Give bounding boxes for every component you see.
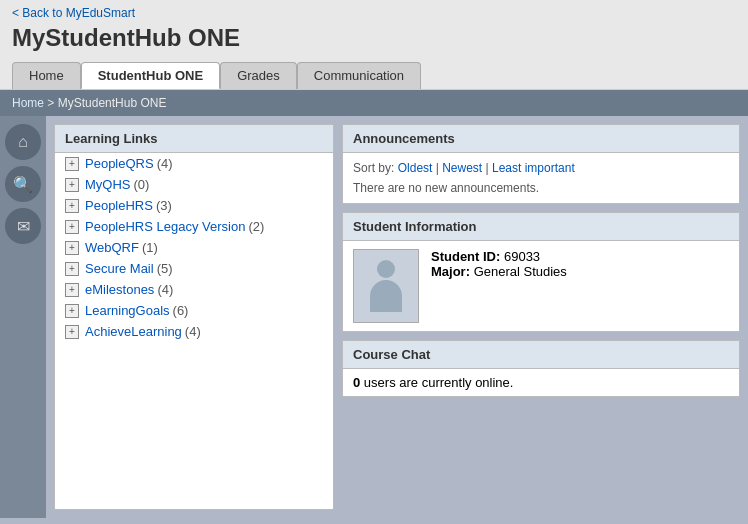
- expand-icon[interactable]: +: [65, 241, 79, 255]
- student-id-label: Student ID:: [431, 249, 500, 264]
- list-item: + eMilestones (4): [55, 279, 333, 300]
- student-information-section: Student Information Student ID: 69033 Ma…: [342, 212, 740, 332]
- sort-row: Sort by: Oldest | Newest | Least importa…: [353, 161, 729, 175]
- online-users-label: users: [364, 375, 399, 390]
- list-item: + Secure Mail (5): [55, 258, 333, 279]
- expand-icon[interactable]: +: [65, 283, 79, 297]
- count-webqrf: (1): [142, 240, 158, 255]
- link-peopleqrs[interactable]: PeopleQRS: [85, 156, 154, 171]
- app-title: MyStudentHub ONE: [12, 24, 736, 52]
- student-details: Student ID: 69033 Major: General Studies: [431, 249, 567, 323]
- avatar-body: [370, 280, 402, 312]
- link-emilestones[interactable]: eMilestones: [85, 282, 154, 297]
- expand-icon[interactable]: +: [65, 304, 79, 318]
- list-item: + AchieveLearning (4): [55, 321, 333, 342]
- list-item: + LearningGoals (6): [55, 300, 333, 321]
- expand-icon[interactable]: +: [65, 157, 79, 171]
- breadcrumb-separator: >: [47, 96, 54, 110]
- no-announcements-text: There are no new announcements.: [353, 181, 729, 195]
- expand-icon[interactable]: +: [65, 325, 79, 339]
- count-emilestones: (4): [157, 282, 173, 297]
- major-label: Major:: [431, 264, 470, 279]
- student-info-body: Student ID: 69033 Major: General Studies: [343, 241, 739, 331]
- avatar-head: [377, 260, 395, 278]
- link-webqrf[interactable]: WebQRF: [85, 240, 139, 255]
- announcements-section: Announcements Sort by: Oldest | Newest |…: [342, 124, 740, 204]
- online-count: 0: [353, 375, 360, 390]
- course-chat-body: 0 users are currently online.: [343, 369, 739, 396]
- expand-icon[interactable]: +: [65, 220, 79, 234]
- count-peopleqrs: (4): [157, 156, 173, 171]
- link-secure-mail[interactable]: Secure Mail: [85, 261, 154, 276]
- major-row: Major: General Studies: [431, 264, 567, 279]
- avatar-figure: [368, 260, 404, 312]
- search-icon[interactable]: 🔍: [5, 166, 41, 202]
- list-item: + WebQRF (1): [55, 237, 333, 258]
- link-learninggoals[interactable]: LearningGoals: [85, 303, 170, 318]
- online-status-text: are currently online.: [399, 375, 513, 390]
- link-myqhs[interactable]: MyQHS: [85, 177, 131, 192]
- list-item: + PeopleQRS (4): [55, 153, 333, 174]
- learning-links-title: Learning Links: [55, 125, 333, 153]
- top-bar: < Back to MyEduSmart MyStudentHub ONE Ho…: [0, 0, 748, 90]
- expand-icon[interactable]: +: [65, 262, 79, 276]
- breadcrumb-current: MyStudentHub ONE: [58, 96, 167, 110]
- list-item: + PeopleHRS (3): [55, 195, 333, 216]
- link-achievelearning[interactable]: AchieveLearning: [85, 324, 182, 339]
- sort-oldest[interactable]: Oldest: [398, 161, 433, 175]
- major-value: General Studies: [474, 264, 567, 279]
- avatar: [353, 249, 419, 323]
- tab-studenthub[interactable]: StudentHub ONE: [81, 62, 220, 89]
- expand-icon[interactable]: +: [65, 178, 79, 192]
- student-id-value: 69033: [504, 249, 540, 264]
- breadcrumb-home[interactable]: Home: [12, 96, 44, 110]
- announcements-title: Announcements: [343, 125, 739, 153]
- learning-links-panel: Learning Links + PeopleQRS (4) + MyQHS (…: [54, 124, 334, 510]
- breadcrumb: Home > MyStudentHub ONE: [0, 90, 748, 116]
- list-item: + PeopleHRS Legacy Version (2): [55, 216, 333, 237]
- mail-icon[interactable]: ✉: [5, 208, 41, 244]
- student-information-title: Student Information: [343, 213, 739, 241]
- student-id-row: Student ID: 69033: [431, 249, 567, 264]
- sort-least-important[interactable]: Least important: [492, 161, 575, 175]
- tab-home[interactable]: Home: [12, 62, 81, 89]
- right-panel: Announcements Sort by: Oldest | Newest |…: [342, 124, 740, 510]
- sort-label: Sort by:: [353, 161, 394, 175]
- course-chat-section: Course Chat 0 users are currently online…: [342, 340, 740, 397]
- tab-grades[interactable]: Grades: [220, 62, 297, 89]
- announcements-body: Sort by: Oldest | Newest | Least importa…: [343, 153, 739, 203]
- count-peoplehrs: (3): [156, 198, 172, 213]
- count-secure-mail: (5): [157, 261, 173, 276]
- count-learninggoals: (6): [173, 303, 189, 318]
- count-achievelearning: (4): [185, 324, 201, 339]
- count-peoplehrs-legacy: (2): [248, 219, 264, 234]
- icon-sidebar: ⌂ 🔍 ✉: [0, 116, 46, 518]
- link-peoplehrs[interactable]: PeopleHRS: [85, 198, 153, 213]
- tab-bar: Home StudentHub ONE Grades Communication: [12, 62, 736, 89]
- count-myqhs: (0): [134, 177, 150, 192]
- list-item: + MyQHS (0): [55, 174, 333, 195]
- tab-communication[interactable]: Communication: [297, 62, 421, 89]
- expand-icon[interactable]: +: [65, 199, 79, 213]
- main-content: ⌂ 🔍 ✉ Learning Links + PeopleQRS (4) + M…: [0, 116, 748, 518]
- home-icon[interactable]: ⌂: [5, 124, 41, 160]
- sort-newest[interactable]: Newest: [442, 161, 482, 175]
- back-link[interactable]: < Back to MyEduSmart: [12, 6, 736, 20]
- link-peoplehrs-legacy[interactable]: PeopleHRS Legacy Version: [85, 219, 245, 234]
- course-chat-title: Course Chat: [343, 341, 739, 369]
